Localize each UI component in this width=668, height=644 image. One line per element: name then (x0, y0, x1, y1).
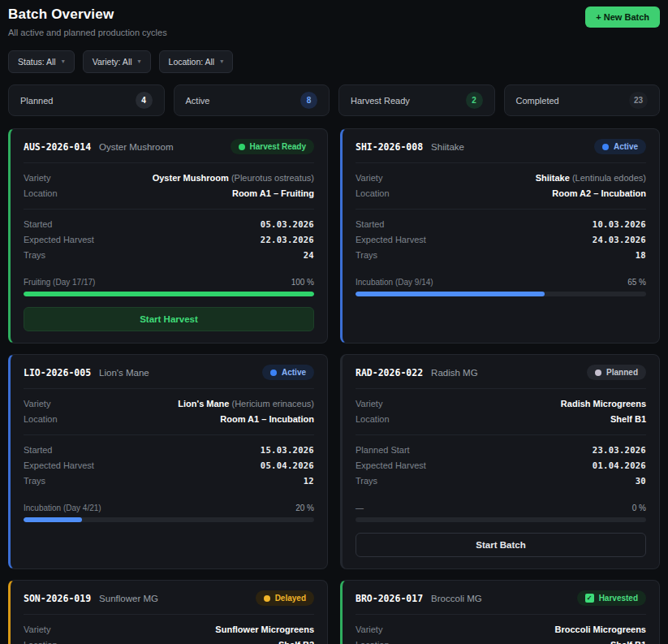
field-label: Trays (24, 473, 45, 489)
batch-id: SON-2026-019 (24, 593, 91, 604)
location-value: Room A1 – Incubation (220, 412, 314, 427)
variety-filter-dropdown[interactable]: Variety: All ▾ (83, 50, 151, 73)
location-value: Shelf B2 (278, 638, 314, 644)
status-badge: Active (262, 365, 314, 380)
batch-card-rad-2026-022: RAD-2026-022 Radish MG Planned Variety R… (340, 354, 660, 569)
summary-tile-harvest-ready[interactable]: Harvest Ready 2 (338, 84, 495, 116)
started-value: 15.03.2026 (261, 443, 314, 458)
batch-grid: AUS-2026-014 Oyster Mushroom Harvest Rea… (8, 128, 660, 644)
batch-overview-page: Batch Overview All active and planned pr… (0, 0, 668, 644)
field-label: Location (356, 412, 390, 427)
field-label: Trays (24, 248, 45, 263)
status-dot-icon (602, 144, 609, 150)
expected-harvest-value: 05.04.2026 (261, 458, 314, 473)
expected-harvest-value: 22.03.2026 (261, 232, 314, 248)
progress-fill (24, 292, 314, 296)
field-label: Location (24, 412, 58, 427)
summary-count-badge: 4 (136, 92, 153, 109)
phase-label: — (356, 504, 364, 512)
status-badge: Harvest Ready (231, 139, 314, 154)
summary-tile-completed[interactable]: Completed 23 (504, 84, 661, 116)
start-batch-button[interactable]: Start Batch (356, 533, 646, 557)
new-batch-button[interactable]: + New Batch (585, 6, 660, 28)
field-label: Trays (356, 248, 377, 263)
progress-percent: 0 % (632, 504, 646, 512)
trays-value: 18 (636, 248, 646, 263)
chevron-down-icon: ▾ (138, 58, 141, 65)
summary-row: Planned 4 Active 8 Harvest Ready 2 Compl… (8, 84, 660, 116)
progress-track (24, 292, 314, 296)
status-badge: ✓ Harvested (577, 590, 646, 606)
progress-percent: 20 % (295, 504, 314, 512)
batch-name: Oyster Mushroom (99, 142, 222, 152)
progress-section: Fruiting (Day 17/17) 100 % (24, 278, 314, 296)
location-value: Shelf B1 (610, 638, 646, 644)
location-filter-dropdown[interactable]: Location: All ▾ (159, 50, 234, 73)
summary-label: Active (186, 96, 210, 106)
batch-id: SHI-2026-008 (356, 141, 423, 153)
field-label: Trays (356, 473, 377, 489)
trays-value: 30 (636, 473, 646, 489)
chevron-down-icon: ▾ (220, 58, 223, 65)
batch-name: Lion's Mane (99, 368, 254, 378)
phase-label: Fruiting (Day 17/17) (24, 278, 95, 287)
trays-value: 12 (304, 473, 314, 489)
batch-card-aus-2026-014: AUS-2026-014 Oyster Mushroom Harvest Rea… (8, 128, 328, 344)
variety-value: Shiitake (Lentinula edodes) (536, 171, 646, 186)
field-label: Expected Harvest (356, 232, 426, 248)
summary-label: Completed (516, 96, 559, 106)
batch-name: Shiitake (431, 142, 586, 152)
field-label: Planned Start (356, 443, 410, 458)
field-label: Started (24, 443, 52, 458)
expected-harvest-value: 24.03.2026 (593, 232, 646, 248)
field-label: Location (24, 186, 58, 201)
check-icon: ✓ (585, 594, 594, 603)
variety-value: Sunflower Microgreens (215, 622, 314, 638)
page-header: Batch Overview All active and planned pr… (8, 6, 660, 37)
status-badge: Planned (587, 365, 646, 380)
batch-name: Sunflower MG (99, 594, 248, 603)
summary-tile-active[interactable]: Active 8 (174, 84, 330, 116)
progress-percent: 65 % (627, 278, 646, 287)
status-filter-dropdown[interactable]: Status: All ▾ (8, 50, 75, 73)
field-label: Location (24, 638, 58, 644)
batch-id: BRO-2026-017 (356, 593, 423, 604)
chevron-down-icon: ▾ (62, 58, 65, 65)
summary-label: Harvest Ready (351, 96, 410, 106)
field-label: Variety (24, 396, 50, 412)
summary-count-badge: 23 (629, 92, 648, 109)
field-label: Location (356, 638, 390, 644)
variety-filter-label: Variety: All (93, 57, 132, 67)
field-label: Started (356, 217, 384, 232)
variety-value: Oyster Mushroom (Pleurotus ostreatus) (153, 171, 314, 186)
start-harvest-button[interactable]: Start Harvest (24, 307, 314, 331)
status-dot-icon (264, 595, 270, 602)
variety-value: Lion's Mane (Hericium erinaceus) (178, 396, 314, 412)
summary-tile-planned[interactable]: Planned 4 (8, 84, 165, 116)
field-label: Variety (356, 622, 382, 638)
batch-name: Broccoli MG (431, 594, 569, 603)
field-label: Location (356, 186, 390, 201)
batch-card-son-2026-019: SON-2026-019 Sunflower MG Delayed Variet… (8, 580, 328, 644)
field-label: Started (24, 217, 52, 232)
started-value: 10.03.2026 (593, 217, 646, 232)
variety-value: Radish Microgreens (561, 396, 646, 412)
batch-id: RAD-2026-022 (356, 367, 423, 378)
progress-track (356, 517, 646, 522)
batch-id: AUS-2026-014 (24, 141, 91, 153)
planned-start-value: 23.03.2026 (593, 443, 646, 458)
phase-label: Incubation (Day 4/21) (24, 504, 101, 512)
expected-harvest-value: 01.04.2026 (593, 458, 646, 473)
status-badge: Active (594, 139, 646, 154)
phase-label: Incubation (Day 9/14) (356, 278, 433, 287)
summary-count-badge: 8 (300, 92, 317, 109)
location-filter-label: Location: All (169, 57, 215, 67)
status-dot-icon (595, 370, 601, 376)
status-dot-icon (270, 370, 277, 376)
field-label: Variety (356, 396, 382, 412)
field-label: Expected Harvest (24, 232, 94, 248)
summary-count-badge: 2 (466, 92, 483, 109)
field-label: Expected Harvest (24, 458, 94, 473)
field-label: Variety (356, 171, 382, 186)
progress-section: Incubation (Day 9/14) 65 % (356, 278, 646, 296)
